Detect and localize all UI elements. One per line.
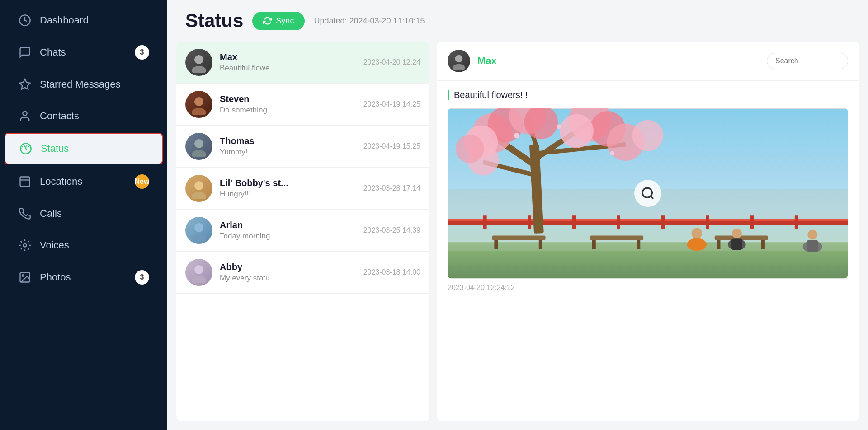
status-preview-abby: My every statu... <box>220 274 356 283</box>
svg-rect-36 <box>492 236 545 240</box>
status-preview-bobby: Hungry!!! <box>220 190 356 199</box>
status-time-max: 2023-04-20 12:24 <box>363 58 420 66</box>
svg-point-22 <box>453 64 465 70</box>
svg-point-56 <box>560 114 594 148</box>
svg-rect-40 <box>592 240 596 249</box>
status-item-max[interactable]: Max Beautiful flowe... 2023-04-20 12:24 <box>176 42 429 84</box>
photos-badge: 3 <box>135 270 149 285</box>
svg-point-17 <box>194 223 203 232</box>
chats-icon <box>18 46 32 59</box>
status-item-arlan[interactable]: Arlan Today morning... 2023-03-25 14:39 <box>176 210 429 252</box>
detail-contact-name: Max <box>477 55 497 67</box>
svg-rect-71 <box>731 238 742 250</box>
status-name-abby: Abby <box>220 262 356 272</box>
status-name-arlan: Arlan <box>220 220 356 230</box>
sidebar-item-locations[interactable]: Locations New <box>5 166 163 197</box>
sidebar-item-status[interactable]: Status <box>5 133 163 164</box>
sidebar-label-chats: Chats <box>40 47 66 58</box>
svg-point-13 <box>194 139 203 148</box>
svg-rect-29 <box>528 215 531 229</box>
svg-point-9 <box>194 55 203 64</box>
svg-point-62 <box>632 120 664 151</box>
svg-line-76 <box>651 196 653 199</box>
svg-point-67 <box>691 228 702 239</box>
svg-rect-37 <box>494 240 498 249</box>
avatar-bobby <box>185 175 212 202</box>
status-preview-max: Beautiful flowe... <box>220 64 356 73</box>
svg-rect-43 <box>717 240 721 249</box>
svg-rect-44 <box>761 240 765 249</box>
svg-point-63 <box>514 133 519 138</box>
sidebar-item-voices[interactable]: Voices <box>5 230 163 260</box>
sidebar: Dashboard Chats 3 Starred Messages Conta… <box>0 0 167 430</box>
content-area: Max Beautiful flowe... 2023-04-20 12:24 … <box>167 42 868 430</box>
status-item-thomas[interactable]: Thomas Yummy! 2023-04-19 15:25 <box>176 126 429 168</box>
status-time-bobby: 2023-03-28 17:14 <box>363 184 420 192</box>
svg-point-16 <box>192 192 206 199</box>
chats-badge: 3 <box>135 45 149 60</box>
status-info-arlan: Arlan Today morning... <box>220 220 356 241</box>
svg-point-75 <box>642 188 652 197</box>
sidebar-item-chats[interactable]: Chats 3 <box>5 37 163 68</box>
sidebar-item-photos[interactable]: Photos 3 <box>5 262 163 293</box>
svg-point-10 <box>192 66 206 73</box>
status-info-abby: Abby My every statu... <box>220 262 356 283</box>
status-item-steven[interactable]: Steven Do something ... 2023-04-19 14:25 <box>176 84 429 126</box>
zoom-overlay[interactable] <box>634 180 661 207</box>
updated-text: Updated: 2024-03-20 11:10:15 <box>314 16 425 26</box>
svg-rect-30 <box>572 215 576 229</box>
svg-point-73 <box>807 230 817 240</box>
sidebar-label-starred: Starred Messages <box>40 79 121 90</box>
svg-rect-38 <box>539 240 542 249</box>
sidebar-item-contacts[interactable]: Contacts <box>5 101 163 131</box>
status-list: Max Beautiful flowe... 2023-04-20 12:24 … <box>176 42 429 421</box>
sidebar-item-dashboard[interactable]: Dashboard <box>5 5 163 35</box>
contacts-icon <box>18 109 32 123</box>
svg-rect-68 <box>691 238 702 250</box>
avatar-max <box>185 49 212 76</box>
zoom-icon <box>641 186 655 201</box>
sidebar-label-photos: Photos <box>40 271 71 283</box>
avatar-abby <box>185 259 212 286</box>
star-icon <box>18 78 32 91</box>
status-name-thomas: Thomas <box>220 136 356 146</box>
voices-icon <box>18 238 32 252</box>
sidebar-item-starred[interactable]: Starred Messages <box>5 70 163 99</box>
status-name-steven: Steven <box>220 94 356 104</box>
image-timestamp: 2023-04-20 12:24:12 <box>448 284 848 292</box>
svg-rect-74 <box>807 240 818 252</box>
sidebar-label-contacts: Contacts <box>40 110 79 122</box>
status-time-thomas: 2023-04-19 15:25 <box>363 142 420 150</box>
svg-rect-35 <box>795 215 798 229</box>
calls-icon <box>18 207 32 220</box>
search-input[interactable] <box>767 53 848 69</box>
svg-point-11 <box>194 97 203 106</box>
svg-point-61 <box>456 135 484 163</box>
status-time-steven: 2023-04-19 14:25 <box>363 100 420 108</box>
sidebar-label-dashboard: Dashboard <box>40 14 89 26</box>
sidebar-item-calls[interactable]: Calls <box>5 199 163 229</box>
page-header: Status Sync Updated: 2024-03-20 11:10:15 <box>167 0 868 42</box>
status-name-bobby: Lil' Bobby's st... <box>220 178 356 188</box>
avatar-steven <box>185 91 212 118</box>
svg-point-15 <box>194 181 203 190</box>
sync-button[interactable]: Sync <box>252 12 305 30</box>
sync-icon <box>263 16 272 25</box>
dashboard-icon <box>18 14 32 27</box>
detail-content: Beautiful flowers!!! <box>437 81 859 421</box>
sidebar-label-calls: Calls <box>40 208 62 220</box>
status-info-thomas: Thomas Yummy! <box>220 136 356 157</box>
detail-avatar <box>448 50 470 72</box>
status-item-bobby[interactable]: Lil' Bobby's st... Hungry!!! 2023-03-28 … <box>176 168 429 210</box>
status-message-text: Beautiful flowers!!! <box>448 90 848 100</box>
status-info-bobby: Lil' Bobby's st... Hungry!!! <box>220 178 356 199</box>
photos-icon <box>18 271 32 284</box>
sync-label: Sync <box>276 16 294 26</box>
svg-marker-1 <box>19 79 30 89</box>
locations-icon <box>18 175 32 188</box>
status-item-abby[interactable]: Abby My every statu... 2023-03-18 14:00 <box>176 252 429 294</box>
svg-point-18 <box>192 234 206 241</box>
status-time-abby: 2023-03-18 14:00 <box>363 268 420 276</box>
svg-rect-31 <box>617 215 620 229</box>
sidebar-label-voices: Voices <box>40 239 69 251</box>
